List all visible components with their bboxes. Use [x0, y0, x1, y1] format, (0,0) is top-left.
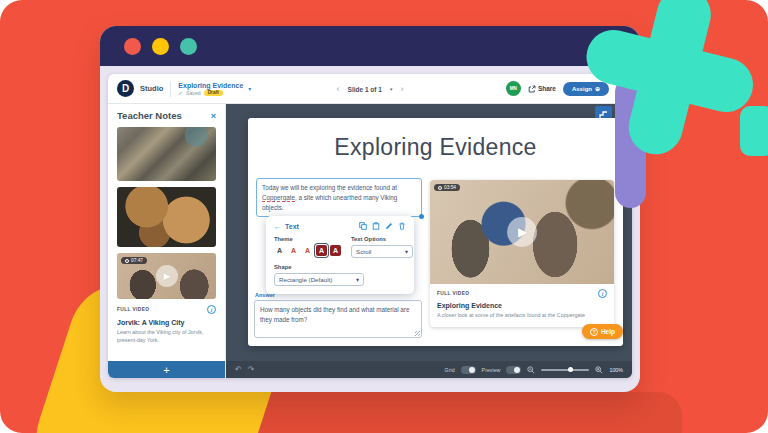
teacher-notes-list[interactable]: 07:47 ▶ FULL VIDEO i Jorvik: A Viking Ci… — [108, 125, 225, 361]
play-button[interactable]: ▶ — [507, 217, 537, 247]
slide-title[interactable]: Exploring Evidence — [248, 134, 623, 161]
zoom-slider-handle[interactable] — [568, 367, 574, 373]
document-title: Exploring Evidence — [178, 82, 243, 89]
text-options-select[interactable]: Scroll ▾ — [351, 245, 413, 258]
intro-text-start: Today we will be exploring the evidence … — [262, 184, 397, 191]
undo-icon[interactable]: ↶ — [235, 366, 242, 374]
play-button[interactable]: ▶ — [156, 265, 178, 287]
slide[interactable]: Exploring Evidence Today we will be expl… — [248, 118, 623, 346]
document-title-block[interactable]: Exploring Evidence ✓ Saved Draft — [178, 82, 243, 96]
theme-label: Theme — [274, 236, 341, 242]
text-editor-panel: ← Text — [266, 216, 414, 294]
full-video-label: FULL VIDEO — [117, 307, 149, 312]
resize-handle[interactable] — [419, 214, 424, 219]
coppergate-link[interactable]: Coppergate — [262, 194, 295, 202]
canvas-toolbar: ↶ ↷ Grid Preview 100% — [226, 361, 632, 378]
info-icon[interactable]: i — [598, 289, 607, 298]
video-duration-badge: 07:47 — [121, 257, 147, 264]
grid-label: Grid — [445, 367, 455, 373]
teacher-notes-panel: Teacher Notes × 07:47 ▶ — [108, 104, 226, 378]
traffic-light-minimize[interactable] — [152, 38, 169, 55]
saved-check-icon: ✓ — [178, 90, 183, 96]
grid-toggle[interactable] — [461, 366, 476, 374]
title-chevron-down-icon[interactable]: ▾ — [248, 85, 251, 92]
browser-window: D Studio Exploring Evidence ✓ Saved Draf… — [100, 26, 640, 392]
shape-section: Shape Rectangle (Default) ▾ — [274, 264, 406, 286]
sidebar-video-title: Jorvik: A Viking City — [117, 319, 216, 326]
video-duration-badge: 03:54 — [434, 184, 460, 191]
share-button[interactable]: Share — [528, 85, 556, 93]
info-icon[interactable]: i — [207, 305, 216, 314]
intro-text-box[interactable]: Today we will be exploring the evidence … — [256, 178, 422, 217]
theme-swatch-2[interactable]: A — [288, 245, 299, 256]
theme-section: Theme A A A A A — [274, 236, 341, 258]
duplicate-icon[interactable] — [359, 222, 367, 230]
zoom-out-icon[interactable] — [527, 366, 535, 374]
question-text-area[interactable]: How many objects did they find and what … — [254, 300, 422, 338]
decorative-teal-chip — [740, 106, 768, 156]
play-icon: ▶ — [164, 271, 171, 281]
theme-swatch-3[interactable]: A — [302, 245, 313, 256]
trash-icon[interactable] — [398, 222, 406, 230]
studio-app-window: D Studio Exploring Evidence ✓ Saved Draf… — [108, 74, 632, 378]
preview-label: Preview — [482, 367, 501, 373]
back-arrow-icon[interactable]: ← — [274, 223, 281, 230]
next-slide-button[interactable]: › — [400, 84, 403, 93]
zoom-slider[interactable] — [541, 369, 589, 371]
clock-icon — [125, 259, 129, 263]
video-thumbnail[interactable]: 03:54 ▶ — [430, 180, 614, 284]
artefacts-photo[interactable] — [117, 187, 216, 247]
close-icon[interactable]: × — [211, 111, 216, 121]
share-label: Share — [538, 85, 556, 92]
play-icon: ▶ — [518, 225, 527, 239]
draft-badge: Draft — [204, 90, 223, 96]
question-mark-icon: ? — [590, 328, 598, 336]
slide-video-card[interactable]: 03:54 ▶ FULL VIDEO i — [430, 180, 614, 327]
share-icon — [528, 85, 536, 93]
resize-grip-icon[interactable] — [415, 331, 420, 336]
shape-select[interactable]: Rectangle (Default) ▾ — [274, 273, 364, 286]
prev-slide-button[interactable]: ‹ — [337, 84, 340, 93]
shape-value: Rectangle (Default) — [279, 276, 332, 283]
marketing-canvas: D Studio Exploring Evidence ✓ Saved Draf… — [0, 0, 768, 433]
browser-titlebar — [100, 26, 640, 66]
traffic-light-close[interactable] — [124, 38, 141, 55]
user-avatar[interactable]: MN — [506, 81, 521, 96]
slide-counter[interactable]: Slide 1 of 1 — [348, 85, 382, 92]
slide-navigation: ‹ Slide 1 of 1 ▾ › — [337, 84, 404, 93]
assign-button[interactable]: Assign ⊕ — [563, 82, 609, 96]
question-text: How many objects did they find and what … — [260, 306, 409, 323]
assign-plus-icon: ⊕ — [595, 85, 600, 92]
full-video-label: FULL VIDEO — [437, 291, 469, 296]
traffic-light-zoom[interactable] — [180, 38, 197, 55]
sidebar-video-thumbnail[interactable]: 07:47 ▶ — [117, 253, 216, 299]
sidebar-video-description: Learn about the Viking city of Jorvik, p… — [117, 329, 216, 345]
theme-swatch-1[interactable]: A — [274, 245, 285, 256]
help-button[interactable]: ? Help — [582, 324, 623, 339]
teacher-notes-title: Teacher Notes — [117, 110, 182, 121]
browser-body: D Studio Exploring Evidence ✓ Saved Draf… — [100, 66, 640, 392]
slide-canvas-area: Exploring Evidence Today we will be expl… — [226, 104, 632, 378]
zoom-in-icon[interactable] — [595, 366, 603, 374]
assign-label: Assign — [572, 86, 592, 92]
chevron-down-icon: ▾ — [405, 248, 408, 255]
app-header: D Studio Exploring Evidence ✓ Saved Draf… — [108, 74, 632, 104]
text-options-section: Text Options Scroll ▾ — [351, 236, 413, 258]
theme-swatch-5[interactable]: A — [330, 245, 341, 256]
copy-icon[interactable] — [372, 222, 380, 230]
excavation-photo[interactable] — [117, 127, 216, 181]
add-note-button[interactable]: + — [108, 361, 225, 378]
redo-icon[interactable]: ↷ — [248, 366, 255, 374]
video-card-title: Exploring Evidence — [437, 302, 607, 309]
preview-toggle[interactable] — [506, 366, 521, 374]
help-label: Help — [601, 328, 615, 335]
decorative-purple-bar — [615, 77, 646, 208]
clock-icon — [438, 186, 442, 190]
theme-swatch-4-selected[interactable]: A — [316, 245, 327, 256]
divider — [170, 81, 171, 97]
pen-icon[interactable] — [385, 222, 393, 230]
brand-label: Studio — [140, 84, 163, 93]
text-options-value: Scroll — [356, 248, 371, 255]
slide-dropdown-chevron-icon[interactable]: ▾ — [390, 86, 393, 92]
chevron-down-icon: ▾ — [356, 276, 359, 283]
